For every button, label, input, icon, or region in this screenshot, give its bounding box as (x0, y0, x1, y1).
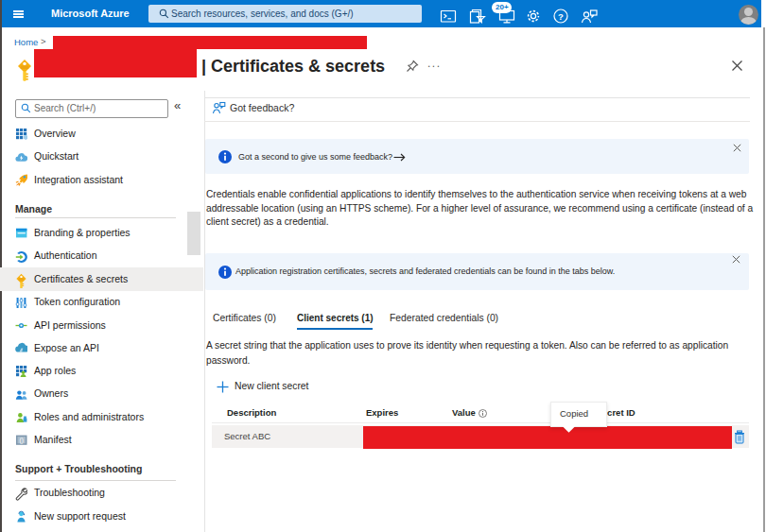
svg-text:?: ? (558, 11, 564, 22)
svg-text:(): () (20, 437, 24, 444)
